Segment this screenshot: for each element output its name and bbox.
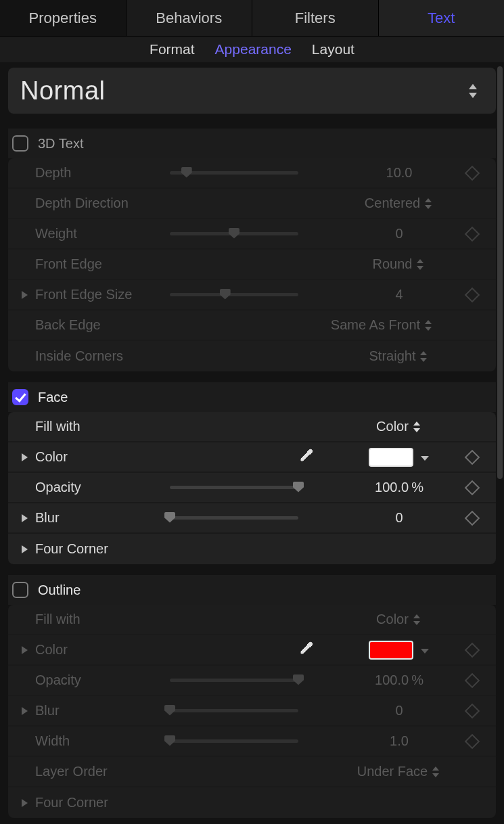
value-outline-blur[interactable]: 0 [342, 703, 457, 718]
label-face-opacity: Opacity [35, 480, 154, 495]
row-outline-color: Color [8, 635, 496, 666]
slider-outline-width[interactable] [170, 735, 298, 748]
row-outline-four-corner: Four Corner [8, 787, 496, 818]
row-outline-width: Width 1.0 [8, 727, 496, 757]
value-depth[interactable]: 10.0 [342, 165, 457, 181]
inspector-scroll: Normal 3D Text Depth 10.0 Depth Directio… [0, 62, 504, 824]
subtab-appearance[interactable]: Appearance [215, 41, 292, 58]
subtab-layout[interactable]: Layout [312, 41, 354, 58]
label-outline-fill-with: Fill with [35, 612, 154, 627]
popup-outline-fill-with[interactable]: Color [376, 612, 422, 627]
slider-weight[interactable] [170, 227, 298, 241]
label-depth-direction: Depth Direction [35, 196, 154, 211]
row-face-blur: Blur 0 [8, 503, 496, 534]
keyframe-outline-opacity[interactable] [465, 672, 480, 688]
popup-depth-direction[interactable]: Centered [365, 196, 434, 211]
label-outline-opacity: Opacity [35, 672, 154, 688]
keyframe-outline-color[interactable] [465, 642, 480, 658]
row-depth: Depth 10.0 [8, 158, 496, 189]
inspector-tabbar: Properties Behaviors Filters Text [0, 0, 504, 37]
section-title-3d-text: 3D Text [38, 136, 83, 152]
updown-icon [467, 82, 481, 99]
label-face-four-corner: Four Corner [35, 541, 154, 557]
popup-front-edge[interactable]: Round [373, 256, 426, 272]
keyframe-depth[interactable] [465, 165, 480, 181]
row-face-fill-with: Fill with Color [8, 412, 496, 442]
slider-depth[interactable] [170, 166, 298, 180]
section-head-face: Face [8, 382, 496, 412]
label-front-edge-size: Front Edge Size [35, 287, 154, 302]
slider-outline-opacity[interactable] [170, 674, 298, 687]
value-outline-width[interactable]: 1.0 [342, 733, 457, 749]
slider-face-blur[interactable] [170, 511, 298, 525]
label-front-edge: Front Edge [35, 256, 154, 272]
label-outline-color: Color [35, 642, 154, 658]
slider-outline-blur[interactable] [170, 704, 298, 718]
row-outline-blur: Blur 0 [8, 696, 496, 727]
keyframe-front-edge-size[interactable] [465, 287, 480, 302]
eyedropper-outline-color[interactable] [298, 640, 315, 660]
row-face-color: Color [8, 442, 496, 473]
disclosure-outline-four-corner[interactable] [20, 798, 35, 808]
disclosure-outline-color[interactable] [20, 645, 35, 655]
value-weight[interactable]: 0 [342, 226, 457, 242]
popup-back-edge[interactable]: Same As Front [331, 317, 434, 333]
row-outline-fill-with: Fill with Color [8, 605, 496, 635]
section-title-face: Face [38, 390, 68, 405]
popup-inside-corners[interactable]: Straight [369, 348, 430, 364]
scrollbar[interactable] [497, 66, 503, 479]
params-face: Fill with Color Color [8, 412, 496, 564]
row-front-edge: Front Edge Round [8, 250, 496, 280]
label-outline-blur: Blur [35, 703, 154, 718]
label-weight: Weight [35, 226, 154, 242]
label-inside-corners: Inside Corners [35, 348, 154, 364]
swatch-face-color[interactable] [369, 448, 413, 467]
row-outline-opacity: Opacity 100.0% [8, 666, 496, 696]
keyframe-outline-width[interactable] [465, 733, 480, 749]
popup-outline-layer-order[interactable]: Under Face [357, 764, 442, 779]
slider-front-edge-size[interactable] [170, 288, 298, 302]
tab-properties[interactable]: Properties [0, 0, 127, 36]
label-back-edge: Back Edge [35, 317, 154, 333]
value-outline-opacity[interactable]: 100.0% [342, 672, 457, 688]
keyframe-outline-blur[interactable] [465, 703, 480, 718]
label-depth: Depth [35, 165, 154, 181]
row-back-edge: Back Edge Same As Front [8, 311, 496, 341]
keyframe-face-color[interactable] [465, 449, 480, 465]
value-face-blur[interactable]: 0 [342, 510, 457, 526]
keyframe-face-blur[interactable] [465, 510, 480, 526]
value-face-opacity[interactable]: 100.0% [342, 480, 457, 495]
subtab-format[interactable]: Format [150, 41, 195, 58]
keyframe-weight[interactable] [465, 226, 480, 242]
params-outline: Fill with Color Color [8, 605, 496, 818]
disclosure-outline-blur[interactable] [20, 706, 35, 716]
value-front-edge-size[interactable]: 4 [342, 287, 457, 302]
disclosure-face-four-corner[interactable] [20, 545, 35, 554]
row-front-edge-size: Front Edge Size 4 [8, 280, 496, 311]
checkbox-face[interactable] [12, 389, 28, 405]
tab-text[interactable]: Text [379, 0, 505, 36]
disclosure-face-blur[interactable] [20, 513, 35, 523]
label-outline-four-corner: Four Corner [35, 795, 154, 810]
keyframe-face-opacity[interactable] [465, 480, 480, 495]
slider-face-opacity[interactable] [170, 481, 298, 495]
disclosure-front-edge-size[interactable] [20, 290, 35, 300]
swatch-outline-color[interactable] [369, 641, 413, 660]
disclosure-face-color[interactable] [20, 453, 35, 462]
swatch-menu-outline-color[interactable] [420, 642, 430, 658]
swatch-menu-face-color[interactable] [420, 449, 430, 465]
row-face-opacity: Opacity 100.0% [8, 473, 496, 503]
checkbox-outline[interactable] [12, 582, 28, 598]
params-3d-text: Depth 10.0 Depth Direction Centered [8, 158, 496, 371]
checkbox-3d-text[interactable] [12, 135, 28, 152]
label-outline-layer-order: Layer Order [35, 764, 154, 779]
tab-filters[interactable]: Filters [252, 0, 379, 36]
popup-face-fill-with[interactable]: Color [376, 419, 422, 434]
tab-behaviors[interactable]: Behaviors [127, 0, 253, 36]
label-outline-width: Width [35, 733, 154, 749]
text-style-preset-popup[interactable]: Normal [8, 68, 496, 114]
label-face-fill-with: Fill with [35, 419, 154, 434]
eyedropper-face-color[interactable] [298, 447, 315, 467]
section-head-outline: Outline [8, 575, 496, 605]
row-weight: Weight 0 [8, 219, 496, 250]
